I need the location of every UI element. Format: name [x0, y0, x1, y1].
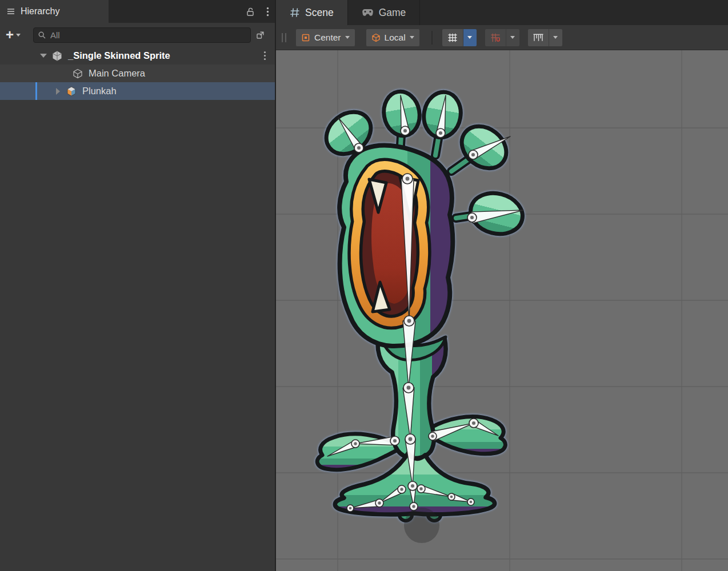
- chevron-down-icon: [467, 36, 472, 39]
- chevron-down-icon: [553, 36, 558, 39]
- grid-snap-icon: [490, 33, 501, 42]
- bone-joint-core: [472, 421, 475, 425]
- scene-grid-icon: [290, 7, 300, 18]
- bone-joint-core: [407, 319, 411, 323]
- grid-visibility-dropdown[interactable]: [463, 29, 477, 46]
- bone-joint-core: [409, 437, 413, 441]
- grid-icon: [447, 33, 458, 42]
- ruler-icon: [533, 33, 544, 42]
- bone-joint-core: [407, 386, 411, 390]
- plus-icon: +: [6, 29, 14, 41]
- bone-joint-core: [439, 131, 442, 135]
- bone-joint-core: [431, 435, 434, 437]
- center-pivot-icon: [301, 33, 310, 42]
- scene-panel: Scene Game Center: [276, 0, 728, 571]
- search-input[interactable]: [49, 30, 246, 41]
- pivot-mode-label: Center: [314, 33, 341, 43]
- bone-joint-core: [406, 177, 410, 181]
- scene-tabbar: Scene Game: [276, 0, 728, 25]
- search-icon: [38, 31, 46, 39]
- kebab-menu-icon[interactable]: [263, 51, 266, 61]
- hierarchy-item-main-camera[interactable]: Main Camera: [0, 65, 275, 82]
- create-object-button[interactable]: +: [6, 29, 33, 41]
- scene-view-svg: [276, 50, 728, 571]
- gamepad-icon: [362, 9, 374, 17]
- foldout-collapsed-icon[interactable]: [56, 88, 60, 95]
- unity-scene-icon: [51, 50, 63, 62]
- tab-game[interactable]: Game: [348, 0, 421, 25]
- snap-increment-button[interactable]: [528, 29, 549, 46]
- orientation-mode-label: Local: [385, 33, 406, 43]
- grid-snapping-dropdown[interactable]: [506, 29, 519, 46]
- prefab-model-icon: [66, 86, 77, 97]
- item-label: Main Camera: [89, 68, 145, 79]
- bone-joint-core: [419, 487, 422, 490]
- popout-search-button[interactable]: [251, 30, 269, 40]
- hierarchy-item-scene-root[interactable]: _Single Skinned Sprite: [0, 47, 275, 65]
- foldout-expanded-icon[interactable]: [40, 54, 47, 58]
- hierarchy-header-actions: [246, 0, 269, 23]
- hierarchy-header: Hierarchy: [0, 0, 275, 23]
- grid-snapping-button[interactable]: [485, 29, 506, 46]
- pivot-shadow-circle: [404, 508, 439, 543]
- chevron-down-icon: [345, 36, 350, 39]
- kebab-menu-icon[interactable]: [266, 7, 269, 17]
- hierarchy-item-plunkah[interactable]: Plunkah: [0, 82, 275, 100]
- chevron-down-icon: [16, 34, 21, 37]
- snap-increment-group: [527, 29, 563, 47]
- bone-joint-core: [378, 501, 381, 504]
- hierarchy-tree: _Single Skinned Sprite Main Camera: [0, 47, 275, 100]
- chevron-down-icon: [510, 36, 515, 39]
- selection-indicator-bar: [35, 82, 37, 100]
- orientation-mode-button[interactable]: Local: [366, 29, 420, 47]
- bone-joint-core: [349, 507, 352, 510]
- bone-joint-core: [403, 129, 407, 132]
- hierarchy-toolbar: +: [0, 23, 275, 47]
- search-field[interactable]: [33, 27, 251, 43]
- chevron-down-icon: [410, 36, 414, 39]
- bone-joint-core: [354, 442, 357, 445]
- game-tab-label: Game: [379, 7, 406, 19]
- grid-snapping-group: [485, 29, 520, 47]
- scene-toolbar: Center Local: [276, 25, 728, 50]
- bone-joint-core: [411, 484, 414, 488]
- hierarchy-panel: Hierarchy +: [0, 0, 275, 571]
- creature-sprite-plunkah[interactable]: [317, 89, 527, 521]
- popout-icon: [255, 30, 265, 40]
- tab-scene[interactable]: Scene: [276, 0, 348, 25]
- local-cube-icon: [371, 33, 381, 42]
- grid-visibility-button[interactable]: [442, 29, 463, 46]
- list-icon: [6, 7, 15, 16]
- scene-tab-label: Scene: [305, 7, 334, 19]
- bone-joint-core: [471, 153, 475, 156]
- grid-visibility-group: [442, 29, 477, 47]
- pivot-mode-button[interactable]: Center: [295, 29, 355, 47]
- item-label: _Single Skinned Sprite: [68, 50, 170, 61]
- bone-joint-core: [400, 488, 403, 490]
- bone-joint-core: [393, 439, 397, 443]
- tab-hierarchy[interactable]: Hierarchy: [0, 0, 109, 23]
- item-label: Plunkah: [82, 86, 117, 96]
- toolbar-separator: [431, 31, 433, 45]
- lock-icon[interactable]: [246, 7, 255, 17]
- bone-joint-core: [470, 501, 473, 504]
- gameobject-cube-icon: [72, 68, 83, 79]
- snap-increment-dropdown[interactable]: [549, 29, 562, 46]
- bone-joint-core: [412, 505, 415, 508]
- toolbar-grip-handle[interactable]: [282, 33, 286, 42]
- bone-joint-core: [470, 216, 474, 219]
- scene-canvas[interactable]: [276, 50, 728, 571]
- bone-joint-core: [450, 496, 453, 498]
- unity-editor-window: Hierarchy +: [0, 0, 728, 571]
- bone-joint-core: [357, 146, 361, 150]
- hierarchy-tab-label: Hierarchy: [21, 6, 59, 17]
